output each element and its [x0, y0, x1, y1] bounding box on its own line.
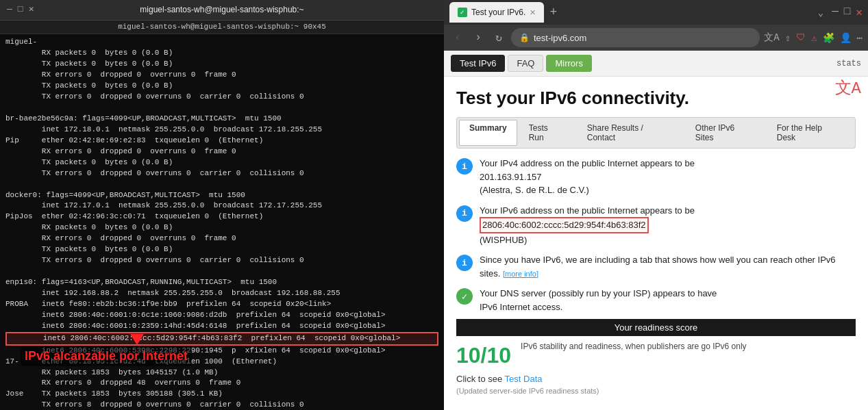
site-stats-link[interactable]: stats	[836, 59, 861, 68]
tab-close-button[interactable]: ✕	[530, 8, 536, 17]
site-tab-test-ipv6[interactable]: Test IPv6	[451, 55, 505, 72]
profile-icon[interactable]: 👤	[840, 32, 852, 44]
minimize-browser-button[interactable]: —	[832, 5, 839, 19]
terminal-line: TX packets 0 bytes 0 (0.0 B)	[5, 157, 438, 168]
shield-icon[interactable]: 🛡	[796, 32, 806, 43]
back-button[interactable]: ‹	[449, 31, 466, 44]
terminal-line: enp1s0: flags=4163<UP,BROADCAST,RUNNING,…	[5, 277, 438, 288]
browser-tab-active[interactable]: ✓ Test your IPv6. ✕	[449, 2, 544, 23]
maximize-browser-button[interactable]: □	[844, 5, 851, 19]
terminal-line: br-baee2be56c9a: flags=4099<UP,BROADCAST…	[5, 114, 438, 125]
website-content: Test IPv6 FAQ Mirrors stats 文A Test your…	[444, 51, 868, 410]
terminal-line: RX packets 0 bytes 0 (0.0 B)	[5, 48, 438, 59]
terminal-line	[5, 266, 438, 277]
info-items: i Your IPv4 address on the public Intern…	[456, 157, 856, 313]
readiness-text: IPv6 stability and readiness, when publi…	[521, 340, 747, 353]
settings-icon[interactable]: ⋯	[857, 32, 863, 44]
inner-tab-share[interactable]: Share Results / Contact	[577, 120, 684, 146]
terminal-line: Pip ether 02:42:8e:69:e2:83 txqueuelen 0…	[5, 136, 438, 146]
share-icon[interactable]: ⇧	[785, 32, 791, 44]
terminal-line: RX errors 0 dropped 0 overruns 0 frame 0	[5, 233, 438, 244]
terminal-line: RX errors 0 dropped 48 overruns 0 frame …	[5, 378, 438, 389]
info-text-ipv6: Your IPv6 address on the public Internet…	[480, 204, 695, 247]
close-browser-button[interactable]: ✕	[856, 5, 863, 19]
terminal-line	[5, 103, 438, 114]
terminal-line: inet 172.18.0.1 netmask 255.255.0.0 broa…	[5, 125, 438, 136]
browser-tab-title: Test your IPv6.	[471, 8, 525, 17]
terminal-line: RX packets 1853 bytes 1045157 (1.0 MB)	[5, 368, 438, 379]
nav-icons: 文A ⇧ 🛡 ⚠ 🧩 👤 ⋯	[764, 31, 863, 44]
terminal-line: RX errors 0 dropped 0 overruns 0 frame 0	[5, 70, 438, 81]
browser-tabbar: ✓ Test your IPv6. ✕ + ⌄ — □ ✕	[444, 0, 868, 25]
info-icon-blue-1: i	[456, 158, 473, 175]
terminal-line: RX packets 0 bytes 0 (0.0 B)	[5, 222, 438, 233]
terminal-line: inet 192.168.88.2 netmask 255.255.255.0 …	[5, 288, 438, 299]
terminal-line: TX errors 8 dropped 0 overruns 0 carrier…	[5, 400, 438, 410]
info-text-dns: Your DNS server (possibly run by your IS…	[480, 287, 717, 313]
site-tabs: Test IPv6 FAQ Mirrors stats	[444, 51, 868, 77]
terminal-title: miguel-santos-wh@miguel-santos-wisphub:~	[41, 4, 403, 16]
terminal-line: TX packets 0 bytes 0 (0.0 B)	[5, 59, 438, 70]
lock-icon: 🔒	[519, 33, 530, 42]
tab-favicon: ✓	[458, 8, 467, 17]
info-item-ipv6: i Your IPv6 address on the public Intern…	[456, 204, 856, 247]
terminal-subtitle: miguel-santos-wh@miguel-santos-wisphub:~…	[0, 21, 444, 34]
terminal-line: Jose TX packets 1853 bytes 305188 (305.1…	[5, 389, 438, 400]
terminal-line: docker0: flags=4099<UP,BROADCAST,MULTICA…	[5, 190, 438, 201]
test-data-link[interactable]: Test Data	[505, 374, 543, 384]
terminal-line: inet6 2806:40c:6001:0:2359:14hd:45d4:614…	[5, 321, 438, 332]
address-bar[interactable]: 🔒 test-ipv6.com	[511, 28, 760, 47]
terminal-maximize[interactable]: □	[18, 3, 23, 16]
site-main-title: Test your IPv6 connectivity.	[456, 88, 856, 109]
site-tab-faq[interactable]: FAQ	[508, 55, 543, 72]
inner-tabs: Summary Tests Run Share Results / Contac…	[456, 117, 856, 149]
terminal-line: RX errors 0 dropped 0 overruns 0 frame 0	[5, 146, 438, 157]
site-body: Test your IPv6 connectivity. Summary Tes…	[444, 77, 868, 410]
reload-button[interactable]: ↻	[491, 31, 507, 44]
terminal-line: TX packets 0 bytes 0 (0.0 B)	[5, 81, 438, 92]
terminal-line: TX errors 0 dropped 0 overruns 0 carrier…	[5, 255, 438, 266]
terminal-line: PROBA inet6 fe80::eb2b:bc36:1f9e:bb9 pre…	[5, 299, 438, 310]
readiness-score-value: 10/10	[456, 343, 511, 368]
arrow-annotation: IPv6 alcanzable por Internet	[21, 334, 192, 366]
browser-menu-button[interactable]: ⌄	[818, 7, 823, 18]
arrow-down-indicator	[130, 334, 144, 345]
terminal-panel: — □ ✕ miguel-santos-wh@miguel-santos-wis…	[0, 0, 444, 410]
terminal-line: miguel-	[5, 37, 438, 48]
extensions-icon[interactable]: 🧩	[823, 32, 834, 44]
info-text-ipv6-tabs: Since you have IPv6, we are including a …	[480, 253, 856, 280]
browser-navbar: ‹ › ↻ 🔒 test-ipv6.com 文A ⇧ 🛡 ⚠ 🧩 👤 ⋯	[444, 25, 868, 51]
inner-tab-summary[interactable]: Summary	[459, 120, 517, 146]
more-info-link[interactable]: [more info]	[503, 270, 538, 278]
terminal-line: inet 172.17.0.1 netmask 255.255.0.0 broa…	[5, 201, 438, 212]
terminal-line: TX errors 0 dropped 0 overruns 0 carrier…	[5, 168, 438, 179]
translate-icon[interactable]: 文A	[835, 77, 861, 99]
info-icon-green-dns: ✓	[456, 288, 473, 305]
warning-icon[interactable]: ⚠	[811, 32, 817, 44]
readiness-content: 10/10 IPv6 stability and readiness, when…	[456, 340, 856, 368]
arrow-label: IPv6 alcanzable por Internet	[21, 346, 192, 366]
ipv6-address-highlight: 2806:40c:6002:cccc:5d29:954f:4b63:83f2	[480, 217, 649, 233]
terminal-line: TX errors 0 dropped 0 overruns 0 carrier…	[5, 92, 438, 103]
info-item-ipv6-tabs: i Since you have IPv6, we are including …	[456, 253, 856, 280]
browser-panel: ✓ Test your IPv6. ✕ + ⌄ — □ ✕ ‹ › ↻ 🔒 te…	[444, 0, 868, 410]
inner-tab-tests-run[interactable]: Tests Run	[519, 120, 575, 146]
info-text-ipv4: Your IPv4 address on the public Internet…	[480, 157, 695, 197]
inner-tab-other-sites[interactable]: Other IPv6 Sites	[685, 120, 765, 146]
address-text[interactable]: test-ipv6.com	[534, 33, 752, 43]
new-tab-button[interactable]: +	[549, 5, 557, 19]
info-item-dns: ✓ Your DNS server (possibly run by your …	[456, 287, 856, 313]
inner-tab-help-desk[interactable]: For the Help Desk	[767, 120, 853, 146]
forward-button[interactable]: ›	[470, 31, 486, 44]
terminal-minimize[interactable]: —	[7, 3, 12, 16]
info-icon-blue-3: i	[456, 255, 473, 271]
info-item-ipv4: i Your IPv4 address on the public Intern…	[456, 157, 856, 197]
test-data-link-container: Click to see Test Data	[456, 374, 856, 384]
terminal-line	[5, 179, 438, 190]
translate-icon[interactable]: 文A	[764, 31, 779, 44]
terminal-close[interactable]: ✕	[29, 3, 34, 16]
updated-text: (Updated server-side IPv6 readiness stat…	[456, 387, 856, 395]
site-tab-mirrors[interactable]: Mirrors	[546, 55, 591, 72]
readiness-score-bar: Your readiness score	[456, 319, 856, 336]
terminal-line: inet6 2806:40c:6001:0:6c1e:1060:9086:d2d…	[5, 310, 438, 321]
